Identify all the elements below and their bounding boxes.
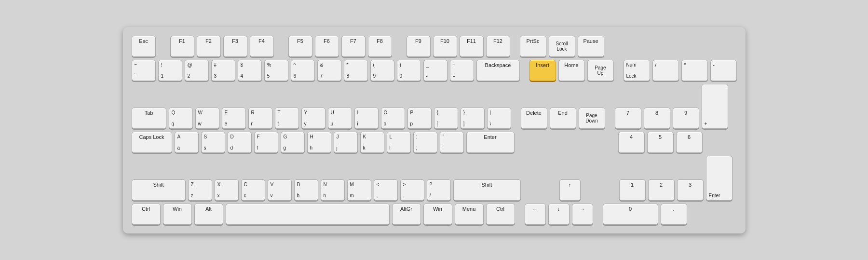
key-b[interactable]: B b bbox=[294, 179, 318, 201]
key-f12[interactable]: F12 bbox=[486, 36, 510, 57]
key-f5[interactable]: F5 bbox=[288, 36, 312, 57]
key-capslock[interactable]: Caps Lock bbox=[132, 132, 172, 153]
key-alt-left[interactable]: Alt bbox=[194, 204, 223, 225]
key-numlock[interactable]: Num Lock bbox=[624, 60, 650, 81]
key-f6[interactable]: F6 bbox=[315, 36, 339, 57]
key-tab[interactable]: Tab bbox=[132, 108, 166, 129]
key-9[interactable]: ( 9 bbox=[370, 60, 394, 81]
key-arrow-down[interactable]: ↓ bbox=[548, 204, 570, 225]
key-numpad-slash[interactable]: / bbox=[652, 60, 679, 81]
key-7[interactable]: & 7 bbox=[317, 60, 341, 81]
key-m[interactable]: M m bbox=[347, 179, 371, 201]
key-ctrl-left[interactable]: Ctrl bbox=[132, 204, 161, 225]
key-enter[interactable]: Enter bbox=[466, 132, 515, 153]
key-pause[interactable]: Pause bbox=[578, 36, 604, 57]
key-numpad-2[interactable]: 2 bbox=[648, 179, 675, 201]
key-f2[interactable]: F2 bbox=[197, 36, 221, 57]
key-0[interactable]: ) 0 bbox=[397, 60, 421, 81]
key-shift-left[interactable]: Shift bbox=[132, 179, 186, 201]
key-e[interactable]: E e bbox=[222, 108, 246, 129]
key-q[interactable]: Q q bbox=[169, 108, 193, 129]
key-menu[interactable]: Menu bbox=[455, 204, 484, 225]
key-f[interactable]: F f bbox=[254, 132, 278, 153]
key-g[interactable]: G g bbox=[281, 132, 305, 153]
key-leftbracket[interactable]: { [ bbox=[434, 108, 458, 129]
key-numpad-dot[interactable]: . bbox=[661, 204, 687, 225]
key-8[interactable]: * 8 bbox=[344, 60, 368, 81]
key-numpad-6[interactable]: 6 bbox=[676, 132, 703, 153]
key-numpad-minus[interactable]: - bbox=[710, 60, 737, 81]
key-numpad-7[interactable]: 7 bbox=[615, 108, 641, 129]
key-semicolon[interactable]: : ; bbox=[413, 132, 437, 153]
key-n[interactable]: N n bbox=[321, 179, 345, 201]
key-y[interactable]: Y y bbox=[301, 108, 326, 129]
key-v[interactable]: V v bbox=[268, 179, 292, 201]
key-i[interactable]: I i bbox=[354, 108, 379, 129]
key-tilde[interactable]: ~ ` bbox=[132, 60, 156, 81]
key-2[interactable]: @ 2 bbox=[185, 60, 209, 81]
key-backspace[interactable]: Backspace bbox=[476, 60, 520, 81]
key-f9[interactable]: F9 bbox=[407, 36, 431, 57]
key-l[interactable]: L l bbox=[387, 132, 411, 153]
key-f3[interactable]: F3 bbox=[223, 36, 247, 57]
key-f11[interactable]: F11 bbox=[460, 36, 484, 57]
key-numpad-1[interactable]: 1 bbox=[619, 179, 646, 201]
key-4[interactable]: $ 4 bbox=[238, 60, 262, 81]
key-numpad-enter[interactable]: Enter bbox=[706, 156, 732, 201]
key-win-right[interactable]: Win bbox=[423, 204, 452, 225]
key-arrow-left[interactable]: ← bbox=[525, 204, 546, 225]
key-1[interactable]: ! 1 bbox=[158, 60, 182, 81]
key-6[interactable]: ^ 6 bbox=[291, 60, 315, 81]
key-prtsc[interactable]: PrtSc bbox=[520, 36, 546, 57]
key-p[interactable]: P p bbox=[407, 108, 432, 129]
key-numpad-4[interactable]: 4 bbox=[618, 132, 645, 153]
key-arrow-right[interactable]: → bbox=[572, 204, 593, 225]
key-f10[interactable]: F10 bbox=[433, 36, 457, 57]
key-slash[interactable]: ? / bbox=[427, 179, 451, 201]
key-f4[interactable]: F4 bbox=[250, 36, 274, 57]
key-numpad-0[interactable]: 0 bbox=[603, 204, 658, 225]
key-delete[interactable]: Delete bbox=[521, 108, 547, 129]
key-numpad-3[interactable]: 3 bbox=[677, 179, 704, 201]
key-shift-right[interactable]: Shift bbox=[453, 179, 521, 201]
key-k[interactable]: K k bbox=[360, 132, 384, 153]
key-numpad-5[interactable]: 5 bbox=[647, 132, 674, 153]
key-rightbracket[interactable]: } ] bbox=[461, 108, 485, 129]
key-comma[interactable]: < , bbox=[374, 179, 398, 201]
key-win-left[interactable]: Win bbox=[163, 204, 192, 225]
key-numpad-8[interactable]: 8 bbox=[644, 108, 670, 129]
key-arrow-up[interactable]: ↑ bbox=[559, 179, 581, 201]
key-w[interactable]: W w bbox=[195, 108, 219, 129]
key-3[interactable]: # 3 bbox=[211, 60, 235, 81]
key-d[interactable]: D d bbox=[228, 132, 252, 153]
key-c[interactable]: C c bbox=[241, 179, 265, 201]
key-u[interactable]: U u bbox=[328, 108, 352, 129]
key-ctrl-right[interactable]: Ctrl bbox=[486, 204, 515, 225]
key-r[interactable]: R r bbox=[248, 108, 272, 129]
key-backslash[interactable]: | \ bbox=[487, 108, 511, 129]
key-altgr[interactable]: AltGr bbox=[392, 204, 421, 225]
key-numpad-9[interactable]: 9 bbox=[673, 108, 699, 129]
key-space[interactable] bbox=[226, 204, 390, 225]
key-f7[interactable]: F7 bbox=[341, 36, 366, 57]
key-quote[interactable]: " ' bbox=[440, 132, 464, 153]
key-esc[interactable]: Esc bbox=[132, 36, 156, 57]
key-s[interactable]: S s bbox=[201, 132, 225, 153]
key-x[interactable]: X x bbox=[215, 179, 239, 201]
key-numpad-plus[interactable]: + bbox=[702, 84, 728, 129]
key-scrolllock[interactable]: ScrollLock bbox=[549, 36, 575, 57]
key-5[interactable]: % 5 bbox=[264, 60, 288, 81]
key-period[interactable]: > . bbox=[400, 179, 424, 201]
key-insert[interactable]: Insert bbox=[529, 60, 556, 81]
key-minus[interactable]: _ - bbox=[423, 60, 448, 81]
key-f8[interactable]: F8 bbox=[368, 36, 392, 57]
key-a[interactable]: A a bbox=[175, 132, 199, 153]
key-equals[interactable]: + = bbox=[450, 60, 474, 81]
key-end[interactable]: End bbox=[550, 108, 576, 129]
key-z[interactable]: Z z bbox=[188, 179, 212, 201]
key-home[interactable]: Home bbox=[558, 60, 585, 81]
key-t[interactable]: T t bbox=[275, 108, 299, 129]
key-j[interactable]: J j bbox=[334, 132, 358, 153]
key-h[interactable]: H h bbox=[307, 132, 331, 153]
key-numpad-asterisk[interactable]: * bbox=[681, 60, 708, 81]
